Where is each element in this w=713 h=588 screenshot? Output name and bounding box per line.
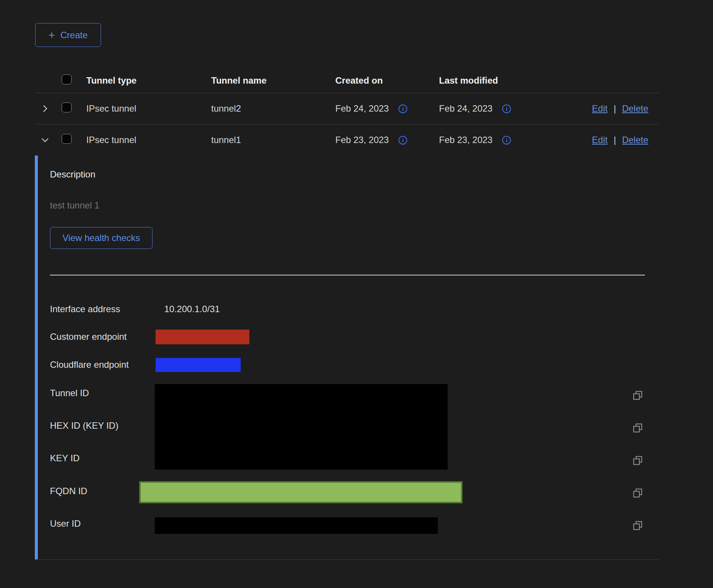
header-tunnel-type: Tunnel type (76, 75, 211, 86)
header-tunnel-name: Tunnel name (211, 75, 335, 86)
fqdn-id-redacted-value (139, 481, 462, 503)
cloudflare-endpoint-redacted-value (156, 358, 241, 372)
chevron-right-icon[interactable] (40, 104, 50, 114)
tunnel-type-cell: IPsec tunnel (76, 135, 211, 145)
copy-icon[interactable] (632, 455, 643, 466)
row-checkbox[interactable] (62, 103, 72, 112)
description-label: Description (50, 169, 95, 180)
info-icon[interactable]: i (399, 104, 407, 113)
created-on-cell: Feb 23, 2023 (335, 135, 389, 145)
customer-endpoint-label: Customer endpoint (50, 331, 156, 342)
tunnel-id-label: Tunnel ID (50, 388, 89, 398)
info-icon[interactable]: i (502, 136, 511, 145)
user-id-redacted-value (155, 517, 438, 534)
last-modified-cell: Feb 23, 2023 (439, 135, 492, 145)
copy-icon[interactable] (632, 390, 643, 401)
table-header-row: Tunnel type Tunnel name Created on Last … (35, 68, 659, 93)
action-separator: | (613, 103, 616, 114)
last-modified-cell: Feb 24, 2023 (439, 103, 492, 114)
info-icon[interactable]: i (399, 136, 407, 145)
select-all-checkbox[interactable] (62, 75, 72, 84)
delete-link[interactable]: Delete (622, 135, 648, 145)
ids-redacted-block (155, 384, 448, 470)
copy-icon[interactable] (632, 422, 643, 434)
table-row: IPsec tunnel tunnel1 Feb 23, 2023 i Feb … (35, 124, 659, 156)
tunnel-type-cell: IPsec tunnel (76, 103, 211, 114)
action-separator: | (613, 135, 616, 145)
created-on-cell: Feb 24, 2023 (335, 103, 389, 114)
delete-link[interactable]: Delete (622, 103, 648, 114)
customer-endpoint-row: Customer endpoint (50, 329, 249, 345)
interface-address-value: 10.200.1.0/31 (164, 304, 220, 314)
interface-address-label: Interface address (50, 304, 164, 314)
tunnel-name-cell: tunnel2 (211, 103, 335, 114)
tunnel-ids-section: Tunnel ID HEX ID (KEY ID) KEY ID FQDN ID… (50, 384, 645, 540)
cloudflare-endpoint-row: Cloudflare endpoint (50, 357, 241, 373)
table-row: IPsec tunnel tunnel2 Feb 24, 2023 i Feb … (35, 93, 659, 124)
cloudflare-endpoint-label: Cloudflare endpoint (50, 359, 156, 370)
key-id-label: KEY ID (50, 453, 79, 464)
plus-icon: + (48, 30, 55, 41)
info-icon[interactable]: i (502, 104, 511, 113)
hex-id-label: HEX ID (KEY ID) (50, 420, 118, 431)
user-id-label: User ID (50, 518, 81, 529)
chevron-down-icon[interactable] (40, 135, 50, 145)
section-divider (50, 275, 645, 275)
interface-address-row: Interface address 10.200.1.0/31 (50, 304, 220, 314)
create-button[interactable]: + Create (35, 23, 101, 47)
tunnels-table: Tunnel type Tunnel name Created on Last … (35, 68, 659, 560)
edit-link[interactable]: Edit (592, 103, 607, 114)
edit-link[interactable]: Edit (592, 135, 607, 145)
tunnel-detail-panel: Description test tunnel 1 View health ch… (35, 156, 659, 560)
create-button-label: Create (61, 30, 88, 40)
header-last-modified: Last modified (439, 75, 583, 86)
copy-icon[interactable] (632, 487, 643, 499)
description-value: test tunnel 1 (50, 200, 100, 211)
view-health-checks-button[interactable]: View health checks (50, 227, 153, 249)
row-checkbox[interactable] (62, 134, 72, 144)
copy-icon[interactable] (632, 520, 643, 531)
customer-endpoint-redacted-value (156, 330, 249, 344)
tunnel-name-cell: tunnel1 (211, 135, 335, 145)
header-created-on: Created on (335, 75, 439, 86)
fqdn-id-label: FQDN ID (50, 486, 87, 496)
